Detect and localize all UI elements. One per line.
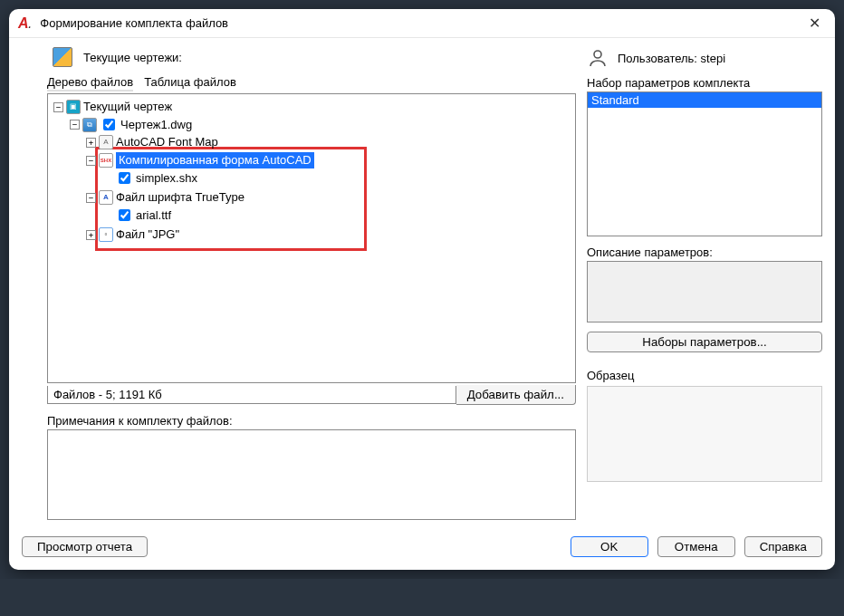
dialog-footer: Просмотр отчета OK Отмена Справка xyxy=(9,533,835,570)
cancel-button[interactable]: Отмена xyxy=(657,536,735,557)
drawing-icon: ▣ xyxy=(66,100,81,114)
tree-node-root[interactable]: Текущий чертеж xyxy=(83,99,172,115)
notes-label: Примечания к комплекту файлов: xyxy=(47,414,576,428)
user-label: Пользователь: stepi xyxy=(618,52,725,65)
user-icon xyxy=(587,47,609,69)
notes-textarea[interactable] xyxy=(47,429,576,520)
sample-preview xyxy=(587,386,822,482)
titlebar: A. Формирование комплекта файлов ✕ xyxy=(9,9,835,38)
expander-icon[interactable]: − xyxy=(70,120,80,130)
app-icon: A. xyxy=(18,15,31,32)
sample-label: Образец xyxy=(587,369,822,382)
expander-icon[interactable]: − xyxy=(86,193,96,203)
param-desc-box xyxy=(587,261,822,322)
tree-node-ttf-file[interactable]: arial.ttf xyxy=(136,207,171,224)
expander-icon[interactable]: − xyxy=(53,102,63,112)
dwg-icon: ⧉ xyxy=(82,118,97,132)
tree-node-dwg[interactable]: Чертеж1.dwg xyxy=(120,117,192,133)
tree-node-jpg[interactable]: Файл "JPG" xyxy=(116,226,179,243)
param-sets-button[interactable]: Наборы параметров... xyxy=(587,332,822,352)
fontmap-icon: A xyxy=(99,135,113,149)
current-drawings-label: Текущие чертежи: xyxy=(83,51,182,64)
param-set-label: Набор параметров комплекта xyxy=(587,76,822,90)
add-file-button[interactable]: Добавить файл... xyxy=(456,385,576,405)
expander-icon[interactable]: − xyxy=(86,156,96,166)
ttf-icon: A xyxy=(99,190,113,205)
close-icon[interactable]: ✕ xyxy=(803,14,826,32)
param-set-item[interactable]: Standard xyxy=(588,92,821,108)
file-tree[interactable]: − ▣ Текущий чертеж − ⧉ Чертеж1.dwg xyxy=(47,93,576,383)
tree-node-shx-group[interactable]: Компилированная форма AutoCAD xyxy=(116,152,314,168)
tab-file-table[interactable]: Таблица файлов xyxy=(144,74,236,91)
param-set-list[interactable]: Standard xyxy=(587,91,822,236)
ok-button[interactable]: OK xyxy=(571,536,648,557)
tab-file-tree[interactable]: Дерево файлов xyxy=(47,74,133,91)
tree-node-shx-file[interactable]: simplex.shx xyxy=(136,170,197,187)
expander-icon[interactable]: + xyxy=(86,230,96,240)
help-button[interactable]: Справка xyxy=(744,536,822,557)
tree-checkbox[interactable] xyxy=(103,119,115,130)
tree-node-fontmap[interactable]: AutoCAD Font Map xyxy=(116,134,218,150)
tree-checkbox[interactable] xyxy=(119,172,130,184)
etransmit-icon xyxy=(53,47,72,67)
tree-checkbox[interactable] xyxy=(119,209,130,221)
shx-icon: SHX xyxy=(99,153,113,168)
param-desc-label: Описание параметров: xyxy=(587,245,822,259)
file-count-status: Файлов - 5; 1191 Кб xyxy=(47,386,456,404)
tabs: Дерево файлов Таблица файлов xyxy=(47,74,576,91)
svg-point-0 xyxy=(594,51,601,58)
jpg-icon: ▫ xyxy=(99,227,113,242)
view-report-button[interactable]: Просмотр отчета xyxy=(22,536,148,557)
expander-icon[interactable]: + xyxy=(86,138,96,148)
dialog-window: A. Формирование комплекта файлов ✕ Текущ… xyxy=(9,9,835,570)
window-title: Формирование комплекта файлов xyxy=(40,16,803,30)
tree-node-ttf-group[interactable]: Файл шрифта TrueType xyxy=(116,189,245,206)
